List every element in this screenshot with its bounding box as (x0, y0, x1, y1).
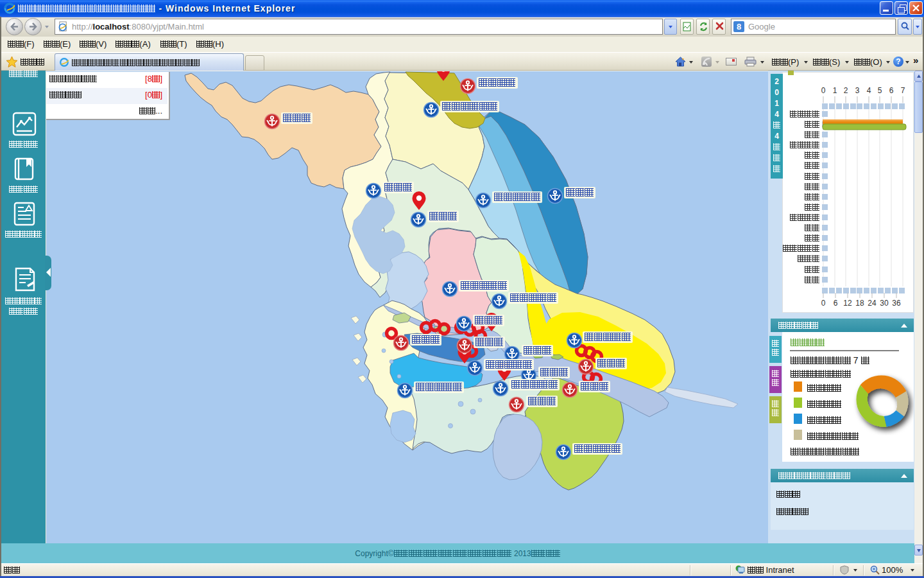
svg-text:18: 18 (855, 299, 864, 308)
svg-text:1: 1 (833, 86, 837, 95)
svg-text:3: 3 (855, 86, 860, 95)
svg-text:24: 24 (868, 299, 877, 308)
svg-text:36: 36 (892, 299, 901, 308)
svg-text:0: 0 (821, 86, 826, 95)
svg-text:12: 12 (843, 299, 852, 308)
svg-text:6: 6 (834, 299, 838, 308)
svg-text:6: 6 (889, 86, 894, 95)
svg-text:5: 5 (878, 86, 882, 95)
svg-text:0: 0 (821, 299, 826, 308)
svg-text:30: 30 (880, 299, 889, 308)
svg-text:4: 4 (867, 86, 871, 95)
svg-text:7: 7 (901, 86, 905, 95)
svg-text:2: 2 (844, 86, 848, 95)
